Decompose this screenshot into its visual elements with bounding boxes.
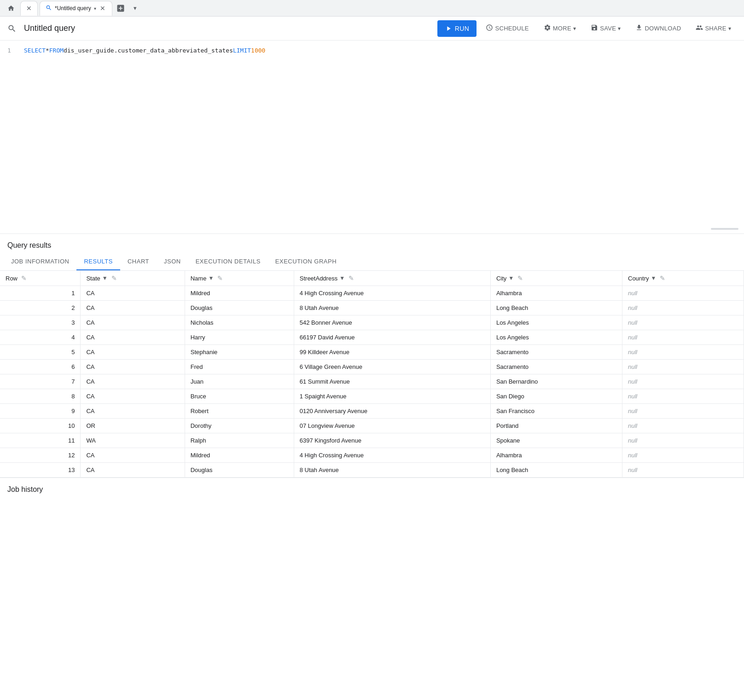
row-number: 10 [0,419,81,433]
cell: null [622,419,744,433]
city-sort-icon[interactable]: ▼ [508,275,514,281]
tab-chart[interactable]: CHART [120,253,157,270]
col-header-name[interactable]: Name ▼ ✎ [185,271,294,286]
cell: San Francisco [490,404,622,419]
table-container[interactable]: Row ✎ State ▼ ✎ Name [0,271,744,478]
active-tab-dropdown[interactable]: ▾ [94,6,96,11]
cell: Alhambra [490,286,622,301]
download-button[interactable]: DOWNLOAD [630,20,686,37]
cell: null [622,433,744,448]
tab-execution-graph[interactable]: EXECUTION GRAPH [268,253,344,270]
cell: 6 Village Green Avenue [294,360,490,374]
save-chevron: ▾ [618,25,621,32]
job-history-section: Job history [0,478,744,501]
cell: null [622,389,744,404]
name-col-label: Name [191,275,207,282]
cell: null [622,374,744,389]
cell: 4 High Crossing Avenue [294,448,490,463]
results-table: Row ✎ State ▼ ✎ Name [0,271,744,478]
cell: Long Beach [490,463,622,478]
row-number: 13 [0,463,81,478]
street-col-edit-icon[interactable]: ✎ [349,274,354,282]
limit-number: 1000 [251,46,265,56]
horizontal-scrollbar[interactable] [711,228,738,230]
query-tab-icon [46,5,52,12]
state-sort-icon[interactable]: ▼ [102,275,108,281]
cell: null [622,286,744,301]
name-sort-icon[interactable]: ▼ [208,275,214,281]
active-tab-label: *Untitled query [55,5,91,12]
cell: San Bernardino [490,374,622,389]
share-label: SHARE [705,25,726,32]
city-col-edit-icon[interactable]: ✎ [517,274,523,282]
row-number: 6 [0,360,81,374]
tab-more-button[interactable]: ▾ [129,2,142,15]
tab-json[interactable]: JSON [157,253,188,270]
row-number: 9 [0,404,81,419]
cell: null [622,315,744,330]
row-number: 2 [0,301,81,315]
more-label: MORE [553,25,571,32]
share-button[interactable]: SHARE ▾ [690,20,737,37]
cell: CA [81,389,185,404]
state-col-edit-icon[interactable]: ✎ [111,274,117,282]
cell: Long Beach [490,301,622,315]
cell: 8 Utah Avenue [294,463,490,478]
active-tab-close[interactable]: ✕ [99,5,106,12]
keyword-from: FROM [49,46,64,56]
cell: 6397 Kingsford Avenue [294,433,490,448]
home-button[interactable] [4,2,18,15]
street-sort-icon[interactable]: ▼ [339,275,345,281]
table-row: 2 CA Douglas 8 Utah Avenue Long Beach nu… [0,301,744,315]
country-col-edit-icon[interactable]: ✎ [660,274,665,282]
tab-job-information[interactable]: JOB INFORMATION [4,253,76,270]
cell: CA [81,330,185,345]
row-col-edit-icon[interactable]: ✎ [21,274,27,282]
table-name: dis_user_guide.customer_data_abbreviated… [64,46,233,56]
row-number: 12 [0,448,81,463]
col-header-city[interactable]: City ▼ ✎ [490,271,622,286]
save-button[interactable]: SAVE ▾ [585,20,626,37]
country-sort-icon[interactable]: ▼ [651,275,657,281]
cell: Los Angeles [490,330,622,345]
tab-results[interactable]: RESULTS [76,253,120,270]
cell: null [622,404,744,419]
row-number: 7 [0,374,81,389]
row-number: 3 [0,315,81,330]
run-button[interactable]: RUN [437,20,477,37]
share-icon [696,24,703,33]
cell: 07 Longview Avenue [294,419,490,433]
inactive-tab[interactable]: ✕ [20,1,38,16]
cell: CA [81,360,185,374]
tab-execution-details[interactable]: EXECUTION DETAILS [188,253,268,270]
cell: CA [81,374,185,389]
job-history-title: Job history [7,485,43,493]
col-header-street-address[interactable]: StreetAddress ▼ ✎ [294,271,490,286]
col-header-row[interactable]: Row ✎ [0,271,81,286]
code-editor[interactable]: 1 SELECT * FROM dis_user_guide.customer_… [0,41,744,234]
cell: null [622,463,744,478]
tab-bar: ✕ *Untitled query ▾ ✕ ▾ [0,0,744,17]
col-header-country[interactable]: Country ▼ ✎ [622,271,744,286]
query-title: Untitled query [24,23,434,33]
table-row: 7 CA Juan 61 Summit Avenue San Bernardin… [0,374,744,389]
cell: 8 Utah Avenue [294,301,490,315]
schedule-label: SCHEDULE [495,25,529,32]
close-icon[interactable]: ✕ [26,5,32,12]
cell: San Diego [490,389,622,404]
col-header-state[interactable]: State ▼ ✎ [81,271,185,286]
schedule-button[interactable]: SCHEDULE [480,20,534,37]
null-value: null [628,422,637,429]
active-query-tab[interactable]: *Untitled query ▾ ✕ [40,1,112,16]
row-number: 11 [0,433,81,448]
cell: null [622,330,744,345]
null-value: null [628,467,637,473]
cell: Stephanie [185,345,294,360]
row-number: 8 [0,389,81,404]
cell: Sacramento [490,345,622,360]
cell: 0120 Anniversary Avenue [294,404,490,419]
cell: Fred [185,360,294,374]
name-col-edit-icon[interactable]: ✎ [217,274,223,282]
new-tab-button[interactable] [114,2,127,15]
more-button[interactable]: MORE ▾ [538,20,582,37]
